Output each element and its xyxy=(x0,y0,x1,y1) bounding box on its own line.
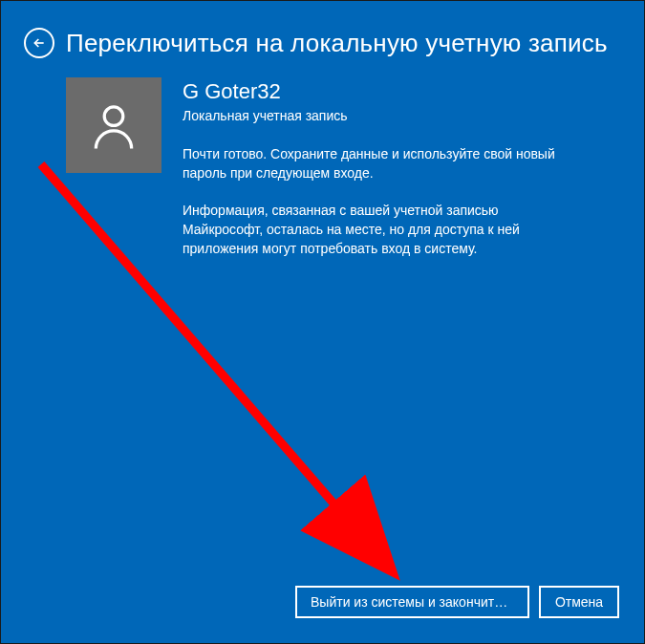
cancel-button[interactable]: Отмена xyxy=(539,586,619,618)
message-line-2: Информация, связанная с вашей учетной за… xyxy=(183,201,574,259)
avatar xyxy=(66,77,161,173)
signout-finish-button[interactable]: Выйти из системы и закончить р... xyxy=(295,586,529,618)
user-info: G Goter32 Локальная учетная запись Почти… xyxy=(183,77,621,275)
account-type: Локальная учетная запись xyxy=(183,108,621,123)
header: Переключиться на локальную учетную запис… xyxy=(1,1,644,77)
page-title: Переключиться на локальную учетную запис… xyxy=(66,29,608,58)
user-icon xyxy=(87,98,140,152)
message-line-1: Почти готово. Сохраните данные и использ… xyxy=(183,144,574,183)
content-area: G Goter32 Локальная учетная запись Почти… xyxy=(1,77,644,275)
arrow-left-icon xyxy=(32,35,47,51)
svg-point-0 xyxy=(104,107,123,126)
username: G Goter32 xyxy=(183,79,621,104)
back-button[interactable] xyxy=(24,28,54,58)
footer-buttons: Выйти из системы и закончить р... Отмена xyxy=(295,586,619,618)
